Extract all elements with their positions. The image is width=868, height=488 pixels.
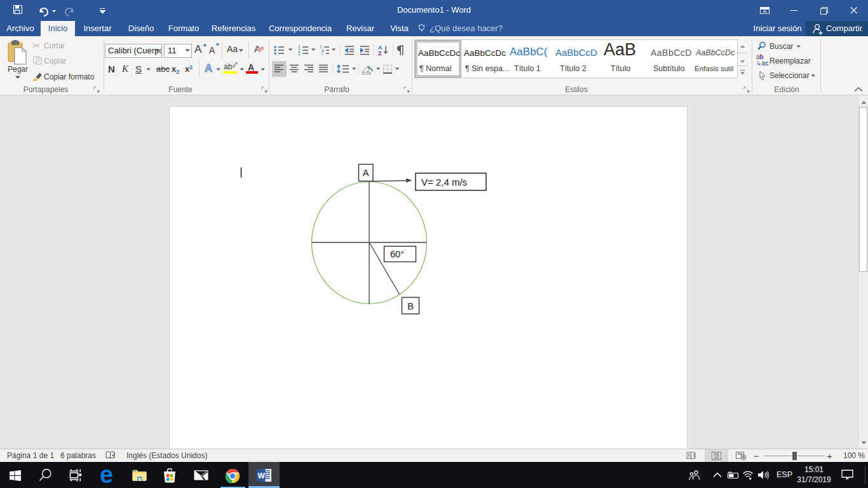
- svg-text:60°: 60°: [390, 249, 404, 259]
- svg-text:3: 3: [298, 51, 301, 56]
- svg-text:Z: Z: [378, 50, 382, 56]
- svg-text:B: B: [407, 301, 414, 311]
- svg-text:W: W: [258, 471, 266, 480]
- svg-text:V= 2,4 m/s: V= 2,4 m/s: [421, 177, 467, 187]
- svg-text:A: A: [363, 168, 369, 178]
- svg-text:i: i: [322, 51, 322, 56]
